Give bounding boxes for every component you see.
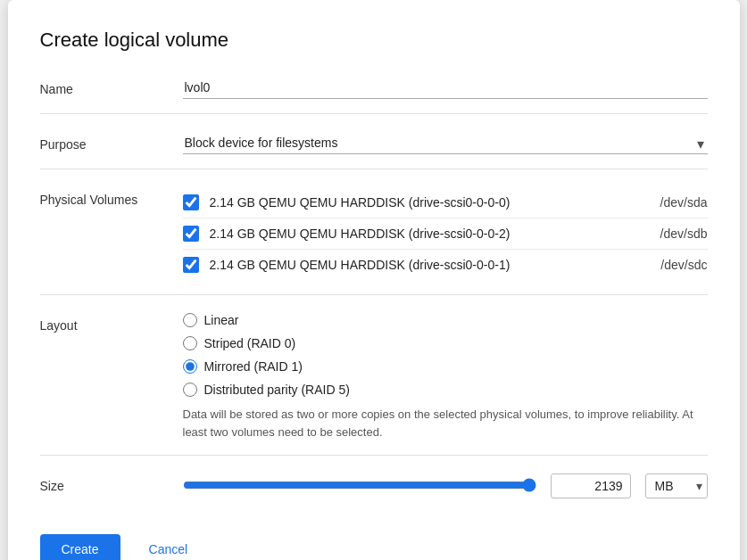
physical-volumes-content: 2.14 GB QEMU QEMU HARDDISK (drive-scsi0-… — [183, 187, 708, 280]
physical-volumes-list: 2.14 GB QEMU QEMU HARDDISK (drive-scsi0-… — [183, 187, 708, 280]
layout-description: Data will be stored as two or more copie… — [183, 406, 708, 441]
name-row: Name — [40, 77, 708, 114]
pv3-device: /dev/sdc — [645, 258, 708, 272]
layout-mirrored-item[interactable]: Mirrored (RAID 1) — [183, 359, 708, 374]
list-item: 2.14 GB QEMU QEMU HARDDISK (drive-scsi0-… — [183, 187, 708, 218]
purpose-label: Purpose — [40, 132, 183, 152]
list-item: 2.14 GB QEMU QEMU HARDDISK (drive-scsi0-… — [183, 218, 708, 250]
size-unit-wrapper: MB GB TB ▾ — [645, 474, 708, 498]
layout-mirrored-label: Mirrored (RAID 1) — [204, 359, 303, 374]
layout-distributed-item[interactable]: Distributed parity (RAID 5) — [183, 383, 708, 397]
create-logical-volume-dialog: Create logical volume Name Purpose Block… — [8, 0, 740, 560]
pv3-name: 2.14 GB QEMU QEMU HARDDISK (drive-scsi0-… — [210, 258, 631, 272]
size-row: Size MB GB TB ▾ — [40, 474, 708, 513]
dialog-title: Create logical volume — [40, 29, 708, 52]
layout-distributed-label: Distributed parity (RAID 5) — [204, 383, 350, 397]
size-unit-select[interactable]: MB GB TB — [645, 474, 708, 498]
purpose-select-wrapper: Block device for filesystems Thin pool C… — [183, 132, 708, 154]
layout-distributed-radio[interactable] — [183, 383, 197, 397]
cancel-button[interactable]: Cancel — [135, 534, 203, 560]
create-button[interactable]: Create — [40, 534, 120, 560]
purpose-select[interactable]: Block device for filesystems Thin pool C… — [183, 132, 708, 154]
pv1-name: 2.14 GB QEMU QEMU HARDDISK (drive-scsi0-… — [210, 195, 631, 210]
layout-content: Linear Striped (RAID 0) Mirrored (RAID 1… — [183, 313, 708, 441]
layout-linear-item[interactable]: Linear — [183, 313, 708, 327]
size-label: Size — [40, 474, 183, 493]
layout-mirrored-radio[interactable] — [183, 359, 197, 374]
button-row: Create Cancel — [40, 534, 708, 560]
size-content: MB GB TB ▾ — [183, 474, 708, 498]
size-slider-wrapper — [183, 478, 536, 495]
layout-striped-item[interactable]: Striped (RAID 0) — [183, 336, 708, 350]
pv2-device: /dev/sdb — [645, 226, 708, 241]
layout-label: Layout — [40, 313, 183, 333]
physical-volumes-row: Physical Volumes 2.14 GB QEMU QEMU HARDD… — [40, 187, 708, 295]
name-label: Name — [40, 77, 183, 96]
size-slider[interactable] — [183, 478, 536, 492]
pv2-name: 2.14 GB QEMU QEMU HARDDISK (drive-scsi0-… — [210, 226, 631, 241]
layout-striped-radio[interactable] — [183, 336, 197, 350]
pv1-device: /dev/sda — [645, 195, 708, 210]
size-input[interactable] — [551, 474, 631, 498]
purpose-row: Purpose Block device for filesystems Thi… — [40, 132, 708, 169]
layout-linear-label: Linear — [204, 313, 239, 327]
physical-volumes-label: Physical Volumes — [40, 187, 183, 207]
pv1-checkbox[interactable] — [183, 194, 199, 210]
layout-striped-label: Striped (RAID 0) — [204, 336, 296, 350]
layout-options: Linear Striped (RAID 0) Mirrored (RAID 1… — [183, 313, 708, 397]
pv3-checkbox[interactable] — [183, 257, 199, 273]
name-content — [183, 77, 708, 99]
pv2-checkbox[interactable] — [183, 226, 199, 242]
purpose-content: Block device for filesystems Thin pool C… — [183, 132, 708, 154]
list-item: 2.14 GB QEMU QEMU HARDDISK (drive-scsi0-… — [183, 250, 708, 280]
layout-linear-radio[interactable] — [183, 313, 197, 327]
size-controls: MB GB TB ▾ — [183, 474, 708, 498]
layout-row: Layout Linear Striped (RAID 0) Mirrored … — [40, 313, 708, 456]
name-input[interactable] — [183, 77, 708, 99]
